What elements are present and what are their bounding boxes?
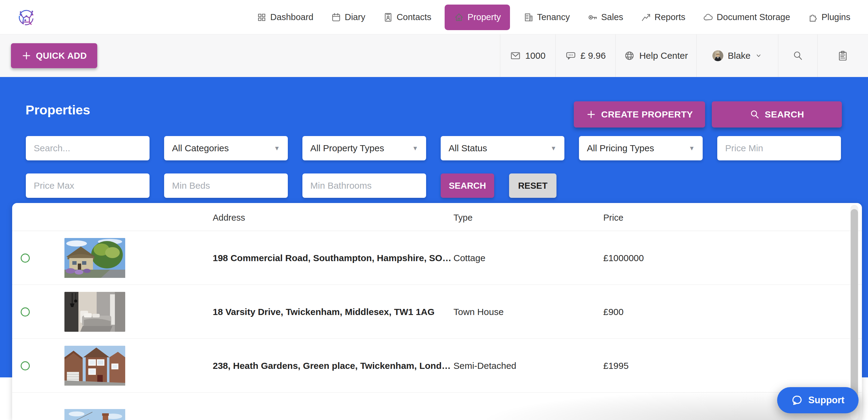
min-bathrooms-input[interactable] (302, 173, 426, 198)
grid-icon (256, 12, 267, 23)
nav-item-sales[interactable]: Sales (583, 5, 628, 30)
table-header: Address Type Price (12, 203, 862, 231)
nav-item-contacts[interactable]: Contacts (379, 5, 436, 30)
messages-count: 1000 (525, 51, 546, 61)
column-header-address: Address (213, 213, 245, 223)
secondary-toolbar: QUICK ADD 1000 £ 9.96 Help Center Blake (0, 34, 868, 77)
nav-item-dashboard[interactable]: Dashboard (252, 5, 318, 30)
calendar-icon (331, 12, 341, 23)
nav-item-property[interactable]: Property (445, 5, 510, 30)
nav-item-label: Dashboard (270, 12, 313, 22)
avatar (712, 50, 723, 61)
row-price: £1000000 (603, 253, 644, 263)
nav-item-label: Diary (345, 12, 365, 22)
help-center-button[interactable]: Help Center (615, 34, 696, 77)
nav-item-label: Tenancy (537, 12, 570, 22)
nav-item-label: Contacts (397, 12, 431, 22)
status-select[interactable]: All Status (441, 136, 564, 160)
row-type: Town House (454, 307, 504, 317)
support-button[interactable]: Support (777, 387, 859, 413)
nav-item-label: Property (467, 12, 501, 22)
page-title: Properties (26, 103, 90, 117)
row-price: £900 (603, 307, 624, 317)
filter-reset-button[interactable]: RESET (509, 173, 556, 198)
building-icon (523, 12, 534, 23)
search-icon (792, 50, 803, 61)
idcard-icon (383, 12, 393, 23)
nav-item-label: Document Storage (717, 12, 790, 22)
chat-icon (565, 50, 576, 61)
key-icon (587, 12, 598, 23)
row-type: Cottage (454, 253, 485, 263)
search-input[interactable] (26, 136, 150, 160)
app-logo-icon[interactable] (17, 8, 36, 27)
row-select-radio[interactable] (21, 307, 30, 316)
price-max-input[interactable] (26, 173, 150, 198)
row-select-radio[interactable] (21, 361, 30, 370)
table-row[interactable]: 238, Heath Gardens, Green place, Twicken… (12, 339, 862, 393)
plus-icon (21, 51, 32, 61)
row-type: Semi-Detached (454, 361, 516, 371)
main-nav: Dashboard Diary Contacts Property Tenanc… (252, 0, 855, 34)
chevron-down-icon (755, 52, 762, 59)
property-thumbnail[interactable] (64, 292, 125, 332)
clipboard-icon (837, 50, 848, 61)
nav-item-document-storage[interactable]: Document Storage (699, 5, 795, 30)
user-menu[interactable]: Blake (696, 34, 778, 77)
open-search-button[interactable]: SEARCH (712, 101, 842, 128)
category-select[interactable]: All Categories (164, 136, 288, 160)
column-header-type: Type (454, 213, 473, 223)
tasks-button[interactable] (817, 34, 868, 77)
quick-add-button[interactable]: QUICK ADD (11, 43, 97, 68)
price-min-input[interactable] (717, 136, 841, 160)
table-row[interactable]: 198 Commercial Road, Southampton, Hampsh… (12, 231, 862, 285)
scrollbar-thumb[interactable] (851, 209, 858, 404)
table-body: 198 Commercial Road, Southampton, Hampsh… (12, 231, 862, 393)
help-center-label: Help Center (639, 51, 688, 61)
home-icon (454, 12, 464, 23)
row-select-radio[interactable] (21, 254, 30, 263)
plus-icon (586, 109, 596, 120)
quick-add-label: QUICK ADD (36, 51, 87, 61)
globe-icon (624, 50, 635, 61)
nav-item-tenancy[interactable]: Tenancy (519, 5, 574, 30)
row-address: 238, Heath Gardens, Green place, Twicken… (213, 361, 451, 371)
nav-item-label: Reports (655, 12, 686, 22)
nav-item-diary[interactable]: Diary (327, 5, 370, 30)
property-thumbnail[interactable] (64, 409, 125, 420)
properties-table-card: Address Type Price 198 Commercial Road, … (12, 203, 862, 420)
filter-search-button[interactable]: SEARCH (441, 173, 494, 198)
property-thumbnail[interactable] (64, 346, 125, 386)
table-row[interactable]: 18 Varsity Drive, Twickenham, Middlesex,… (12, 285, 862, 339)
top-nav-bar: Dashboard Diary Contacts Property Tenanc… (0, 0, 868, 34)
balance-indicator[interactable]: £ 9.96 (555, 34, 615, 77)
envelope-icon (510, 50, 521, 61)
min-beds-input[interactable] (164, 173, 288, 198)
nav-item-label: Plugins (822, 12, 850, 22)
messages-indicator[interactable]: 1000 (500, 34, 555, 77)
row-address: 198 Commercial Road, Southampton, Hampsh… (213, 253, 451, 263)
puzzle-icon (808, 12, 818, 23)
row-address: 18 Varsity Drive, Twickenham, Middlesex,… (213, 307, 435, 317)
pricing-type-select[interactable]: All Pricing Types (579, 136, 703, 160)
cloud-icon (703, 12, 713, 23)
toolbar-right-cluster: 1000 £ 9.96 Help Center Blake (500, 34, 868, 77)
support-bubble-icon (792, 394, 804, 406)
property-type-select[interactable]: All Property Types (302, 136, 426, 160)
nav-item-plugins[interactable]: Plugins (804, 5, 855, 30)
nav-item-reports[interactable]: Reports (637, 5, 690, 30)
property-thumbnail[interactable] (64, 238, 125, 278)
nav-item-label: Sales (601, 12, 623, 22)
column-header-price: Price (603, 213, 623, 223)
trend-icon (641, 12, 651, 23)
balance-amount: £ 9.96 (581, 51, 606, 61)
global-search-button[interactable] (778, 34, 817, 77)
row-price: £1995 (603, 361, 628, 371)
user-name: Blake (727, 51, 750, 61)
table-row-partial (12, 393, 862, 420)
create-property-button[interactable]: CREATE PROPERTY (574, 101, 705, 128)
search-icon (749, 109, 760, 120)
